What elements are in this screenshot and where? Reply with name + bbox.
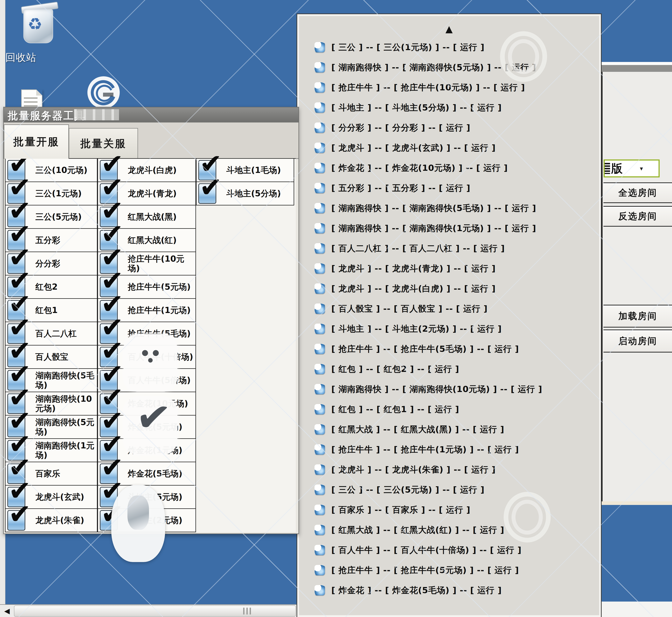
- server-list-item[interactable]: [ 斗地主 ] -- [ 斗地主(2元场) ] -- [ 运行 ]: [297, 319, 601, 339]
- server-entry-text: [ 抢庄牛牛 ] -- [ 抢庄牛牛(5毛场) ] -- [ 运行 ]: [331, 343, 519, 355]
- dropdown-arrow-icon: ▾: [640, 165, 643, 172]
- scrollbar-grip-icon: [243, 608, 252, 614]
- invert-selection-button[interactable]: 反选房间: [604, 206, 672, 227]
- server-list-item[interactable]: [ 龙虎斗 ] -- [ 龙虎斗(白虎) ] -- [ 运行 ]: [297, 278, 601, 298]
- game-label: 三公(10元场): [35, 165, 87, 175]
- server-entry-text: [ 龙虎斗 ] -- [ 龙虎斗(朱雀) ] -- [ 运行 ]: [331, 464, 496, 475]
- scroll-left-icon[interactable]: ◀: [1, 606, 13, 616]
- server-entry-text: [ 抢庄牛牛 ] -- [ 抢庄牛牛(1元场) ] -- [ 运行 ]: [331, 444, 519, 455]
- server-list-item[interactable]: [ 分分彩 ] -- [ 分分彩 ] -- [ 运行 ]: [297, 118, 601, 138]
- checked-checkbox-icon[interactable]: ✔: [198, 183, 216, 204]
- server-entry-text: [ 红黑大战 ] -- [ 红黑大战(黑) ] -- [ 运行 ]: [331, 424, 505, 435]
- server-list-item[interactable]: [ 百人牛牛 ] -- [ 百人牛牛(十倍场) ] -- [ 运行 ]: [297, 540, 601, 560]
- server-list-item[interactable]: [ 抢庄牛牛 ] -- [ 抢庄牛牛(5毛场) ] -- [ 运行 ]: [297, 339, 601, 359]
- game-label: 三公(1元场): [35, 189, 82, 198]
- app-logo-icon[interactable]: [86, 75, 120, 110]
- server-list-item[interactable]: [ 炸金花 ] -- [ 炸金花(10元场) ] -- [ 运行 ]: [297, 158, 601, 178]
- server-orb-icon: [314, 163, 325, 173]
- server-orb-icon: [314, 504, 325, 515]
- server-list-item[interactable]: [ 红包 ] -- [ 红包1 ] -- [ 运行 ]: [297, 399, 601, 419]
- server-list-item[interactable]: [ 湖南跑得快 ] -- [ 湖南跑得快(5元场) ] -- [ 运行 ]: [297, 57, 601, 77]
- server-orb-icon: [314, 364, 325, 374]
- server-list: [ 三公 ] -- [ 三公(1元场) ] -- [ 运行 ][ 湖南跑得快 ]…: [297, 37, 601, 600]
- server-list-item[interactable]: [ 龙虎斗 ] -- [ 龙虎斗(朱雀) ] -- [ 运行 ]: [297, 459, 601, 480]
- server-list-item[interactable]: [ 百家乐 ] -- [ 百家乐 ] -- [ 运行 ]: [297, 500, 601, 520]
- server-list-item[interactable]: [ 抢庄牛牛 ] -- [ 抢庄牛牛(5元场) ] -- [ 运行 ]: [297, 560, 601, 580]
- game-label: 红包1: [35, 305, 58, 315]
- window-titlebar[interactable]: 批量服务器工具: [4, 108, 299, 123]
- server-list-item[interactable]: [ 斗地主 ] -- [ 斗地主(5分场) ] -- [ 运行 ]: [297, 97, 601, 118]
- checked-checkbox-icon[interactable]: ✔: [7, 510, 25, 531]
- game-label: 百人骰宝: [35, 352, 68, 362]
- server-list-item[interactable]: [ 红黑大战 ] -- [ 红黑大战(黑) ] -- [ 运行 ]: [297, 419, 601, 439]
- game-label: 三公(5元场): [35, 212, 82, 222]
- game-label: 斗地主(5元场): [128, 492, 183, 502]
- server-orb-icon: [314, 384, 325, 394]
- game-label: 百家乐: [35, 469, 60, 478]
- game-label: 龙虎斗(玄武): [35, 492, 84, 502]
- scrollbar-thumb[interactable]: [14, 606, 296, 617]
- server-orb-icon: [314, 404, 325, 414]
- server-orb-icon: [314, 525, 325, 535]
- panel-body: 版 ▾ 全选房间反选房间加载房间启动房间: [602, 72, 672, 501]
- game-label: 抢庄牛牛(5元场): [128, 282, 191, 291]
- checkbox-column: ✔三公(10元场)✔三公(1元场)✔三公(5元场)✔五分彩✔分分彩✔红包2✔红包…: [5, 159, 97, 532]
- game-checkbox-item[interactable]: ✔斗地主(5分场): [196, 182, 294, 205]
- game-label: 湖南跑得快(10元场): [35, 394, 96, 413]
- recycle-bin-icon[interactable]: ♻ 回收站: [13, 3, 66, 67]
- clipped-glyph: [604, 163, 610, 174]
- server-list-item[interactable]: [ 三公 ] -- [ 三公(5元场) ] -- [ 运行 ]: [297, 480, 601, 500]
- server-list-item[interactable]: [ 五分彩 ] -- [ 五分彩 ] -- [ 运行 ]: [297, 178, 601, 198]
- server-orb-icon: [314, 545, 325, 555]
- game-label: 抢庄牛牛(1元场): [128, 305, 191, 315]
- scroll-up-arrow-icon[interactable]: ▲: [297, 23, 601, 34]
- server-list-item[interactable]: [ 炸金花 ] -- [ 炸金花(5毛场) ] -- [ 运行 ]: [297, 580, 601, 600]
- game-checkbox-item[interactable]: ✔龙虎斗(朱雀): [5, 509, 97, 532]
- game-label: 抢庄牛牛(5毛场): [128, 329, 191, 338]
- game-label: 红黑大战(红): [128, 235, 177, 245]
- server-orb-icon: [314, 283, 325, 294]
- version-dropdown[interactable]: 版 ▾: [604, 160, 660, 177]
- server-entry-text: [ 百人骰宝 ] -- [ 百人骰宝 ] -- [ 运行 ]: [331, 303, 488, 315]
- load-rooms-button[interactable]: 加载房间: [604, 305, 672, 328]
- panel-title-strip: [602, 65, 672, 72]
- server-list-item[interactable]: [ 抢庄牛牛 ] -- [ 抢庄牛牛(1元场) ] -- [ 运行 ]: [297, 439, 601, 459]
- checked-checkbox-icon[interactable]: ✔: [100, 510, 118, 531]
- server-entry-text: [ 红包 ] -- [ 红包2 ] -- [ 运行 ]: [331, 364, 459, 375]
- select-all-rooms-button[interactable]: 全选房间: [604, 182, 672, 203]
- game-checkbox-grid: ✔三公(10元场)✔三公(1元场)✔三公(5元场)✔五分彩✔分分彩✔红包2✔红包…: [5, 158, 296, 532]
- tab-batch-open[interactable]: 批量开服: [4, 125, 69, 159]
- server-list-item[interactable]: [ 湖南跑得快 ] -- [ 湖南跑得快(1元场) ] -- [ 运行 ]: [297, 218, 601, 238]
- game-checkbox-item[interactable]: ✔斗地主(2元场): [97, 509, 196, 532]
- server-entry-text: [ 炸金花 ] -- [ 炸金花(10元场) ] -- [ 运行 ]: [331, 162, 508, 174]
- server-list-item[interactable]: [ 三公 ] -- [ 三公(1元场) ] -- [ 运行 ]: [297, 37, 601, 57]
- server-orb-icon: [314, 344, 325, 354]
- server-list-item[interactable]: [ 红包 ] -- [ 红包2 ] -- [ 运行 ]: [297, 359, 601, 379]
- recycle-symbol-icon: ♻: [28, 15, 42, 34]
- server-orb-icon: [314, 183, 325, 193]
- horizontal-scrollbar[interactable]: ◀: [0, 604, 297, 617]
- server-entry-text: [ 百人牛牛 ] -- [ 百人牛牛(十倍场) ] -- [ 运行 ]: [331, 545, 522, 556]
- server-orb-icon: [314, 203, 325, 213]
- server-list-item[interactable]: [ 湖南跑得快 ] -- [ 湖南跑得快(5毛场) ] -- [ 运行 ]: [297, 198, 601, 218]
- server-list-item[interactable]: [ 湖南跑得快 ] -- [ 湖南跑得快(10元场) ] -- [ 运行 ]: [297, 379, 601, 399]
- server-orb-icon: [314, 263, 325, 274]
- server-orb-icon: [314, 464, 325, 475]
- server-list-item[interactable]: [ 龙虎斗 ] -- [ 龙虎斗(青龙) ] -- [ 运行 ]: [297, 258, 601, 278]
- server-list-item[interactable]: [ 百人骰宝 ] -- [ 百人骰宝 ] -- [ 运行 ]: [297, 298, 601, 319]
- server-orb-icon: [314, 303, 325, 314]
- server-orb-icon: [314, 324, 325, 334]
- server-orb-icon: [314, 82, 325, 93]
- server-list-item[interactable]: [ 红黑大战 ] -- [ 红黑大战(红) ] -- [ 运行 ]: [297, 520, 601, 540]
- game-label: 百人二八杠: [35, 329, 77, 338]
- server-list-item[interactable]: [ 百人二八杠 ] -- [ 百人二八杠 ] -- [ 运行 ]: [297, 238, 601, 258]
- recycle-bin-label: 回收站: [5, 51, 70, 64]
- start-rooms-button[interactable]: 启动房间: [604, 330, 672, 353]
- server-orb-icon: [314, 243, 325, 253]
- server-orb-icon: [314, 565, 325, 575]
- server-orb-icon: [314, 123, 325, 133]
- game-label: 炸金花(1元场): [128, 445, 183, 455]
- server-list-item[interactable]: [ 抢庄牛牛 ] -- [ 抢庄牛牛(10元场) ] -- [ 运行 ]: [297, 77, 601, 97]
- server-list-item[interactable]: [ 龙虎斗 ] -- [ 龙虎斗(玄武) ] -- [ 运行 ]: [297, 138, 601, 158]
- server-entry-text: [ 三公 ] -- [ 三公(5元场) ] -- [ 运行 ]: [331, 484, 484, 495]
